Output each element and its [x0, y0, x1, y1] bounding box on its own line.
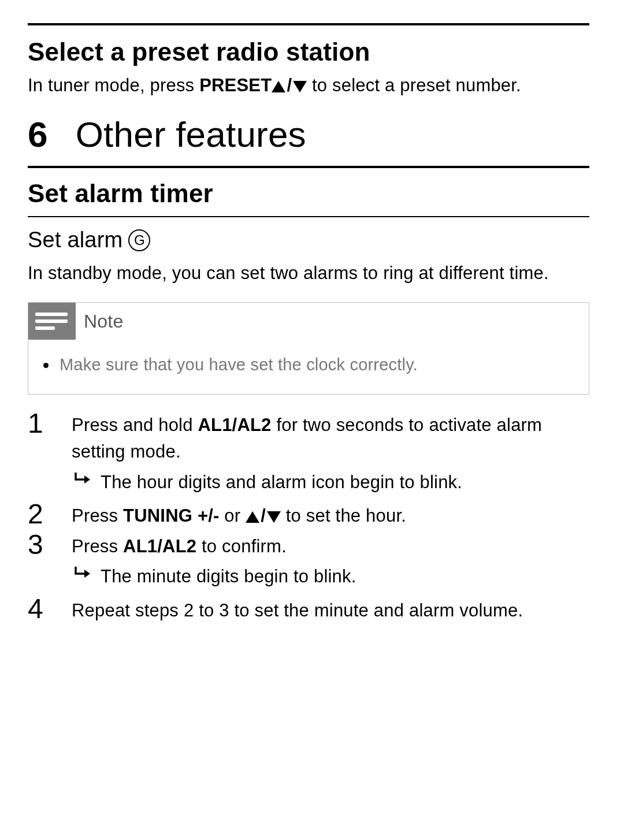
note-icon [28, 303, 76, 340]
triangle-down-icon [293, 81, 307, 92]
subsection-text: Set alarm [28, 225, 122, 255]
step-body: Press TUNING +/- or / to set the hour. [72, 503, 589, 530]
alarm-intro: In standby mode, you can set two alarms … [28, 261, 589, 285]
divider [28, 23, 589, 25]
button-label: AL1/AL2 [123, 536, 196, 556]
step-result: The hour digits and alarm icon begin to … [72, 469, 589, 496]
text: to confirm. [196, 536, 287, 556]
result-arrow-icon [74, 471, 90, 485]
note-header: Note [28, 303, 589, 340]
slash: / [261, 503, 266, 530]
step-number: 2 [28, 500, 55, 528]
step-text: Press TUNING +/- or / to set the hour. [72, 503, 589, 530]
chapter-heading: 6 Other features [28, 110, 589, 159]
step: 2Press TUNING +/- or / to set the hour. [28, 503, 589, 530]
chapter-number: 6 [28, 110, 48, 159]
section-title-preset: Select a preset radio station [28, 35, 589, 69]
text: Press [72, 506, 123, 526]
note-label: Note [84, 309, 123, 334]
text: In tuner mode, press [28, 75, 199, 95]
step-text: Press AL1/AL2 to confirm. [72, 533, 589, 560]
divider [28, 216, 589, 217]
step-number: 4 [28, 595, 55, 623]
slash: / [287, 73, 292, 98]
step-text: Repeat steps 2 to 3 to set the minute an… [72, 597, 589, 625]
step-body: Press AL1/AL2 to confirm.The minute digi… [72, 533, 589, 594]
chapter-title: Other features [76, 110, 306, 159]
step: 3Press AL1/AL2 to confirm.The minute dig… [28, 533, 589, 594]
section-title-alarm: Set alarm timer [28, 176, 589, 210]
button-label: TUNING +/- [123, 506, 219, 526]
note-list: Make sure that you have set the clock co… [44, 354, 577, 376]
divider [28, 166, 589, 168]
text: Repeat steps 2 to 3 to set the minute an… [72, 600, 523, 620]
preset-intro: In tuner mode, press PRESET/ to select a… [28, 73, 589, 98]
step-result-text: The minute digits begin to blink. [101, 563, 589, 590]
step-body: Repeat steps 2 to 3 to set the minute an… [72, 597, 589, 625]
step-result-text: The hour digits and alarm icon begin to … [101, 469, 589, 496]
steps-list: 1Press and hold AL1/AL2 for two seconds … [28, 412, 589, 625]
text: or [220, 506, 246, 526]
note-item: Make sure that you have set the clock co… [57, 354, 577, 376]
step-number: 1 [28, 410, 55, 437]
button-label: AL1/AL2 [198, 415, 271, 435]
triangle-up-icon [272, 81, 285, 92]
result-arrow-icon [74, 566, 90, 579]
step: 4Repeat steps 2 to 3 to set the minute a… [28, 597, 589, 625]
triangle-up-icon [246, 511, 259, 523]
subsection-title-set-alarm: Set alarm G [28, 225, 589, 255]
text: to select a preset number. [307, 75, 521, 95]
text: Press [72, 536, 123, 556]
text: Press and hold [72, 415, 198, 435]
step-text: Press and hold AL1/AL2 for two seconds t… [72, 412, 589, 466]
step-body: Press and hold AL1/AL2 for two seconds t… [72, 412, 589, 500]
manual-page: Select a preset radio station In tuner m… [0, 0, 624, 840]
step: 1Press and hold AL1/AL2 for two seconds … [28, 412, 589, 500]
note-callout: Note Make sure that you have set the clo… [28, 302, 589, 394]
step-result: The minute digits begin to blink. [72, 563, 589, 590]
step-number: 3 [28, 531, 55, 559]
text: to set the hour. [281, 506, 406, 526]
triangle-down-icon [267, 511, 281, 523]
preset-button-label: PRESET [199, 75, 272, 95]
diagram-ref-g-icon: G [128, 229, 150, 251]
note-body: Make sure that you have set the clock co… [28, 340, 589, 393]
